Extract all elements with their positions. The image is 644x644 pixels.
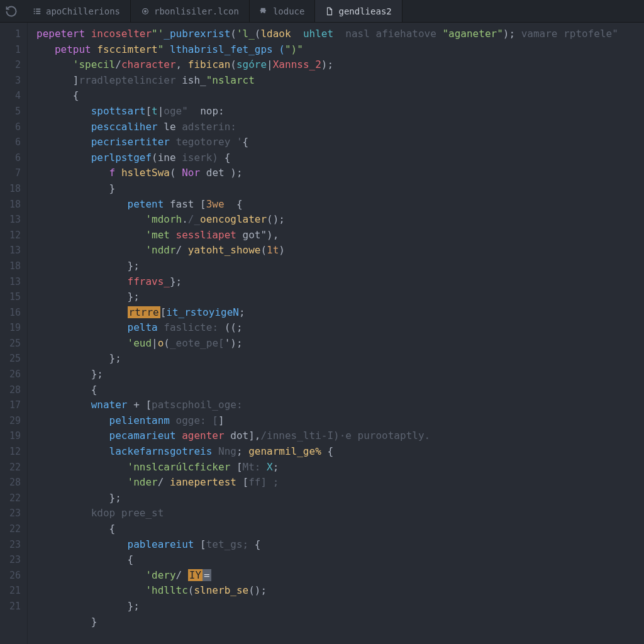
token-kw2: pecamarieut (109, 430, 176, 441)
code-line[interactable]: pecamarieut agenter dot],/innes_lti-I)·e… (36, 428, 644, 444)
reload-icon[interactable] (5, 5, 18, 18)
code-line[interactable]: }; (36, 289, 644, 305)
line-number: 25 (0, 336, 21, 352)
token-op: }; (128, 600, 140, 612)
code-content[interactable]: pepetert incoselter"'_pubrexrist('l_(lda… (28, 23, 644, 644)
code-line[interactable]: 'nddr/ yatoht_showe(1t) (36, 243, 644, 258)
code-line[interactable]: }; (36, 367, 644, 382)
code-line[interactable]: pelientanm ogge: [] (36, 413, 644, 429)
code-line[interactable]: }; (36, 258, 644, 274)
token-fn: yatoht_showe (188, 244, 261, 256)
token-op: { (321, 445, 333, 457)
token-op: { (73, 89, 79, 101)
token-op: '); (225, 337, 243, 349)
code-line[interactable]: rtrre[it_rstoyigeN; (36, 305, 644, 321)
token-op: | (158, 105, 164, 117)
code-line[interactable]: 'mdorh./_oencoglater(); (36, 212, 644, 228)
code-editor[interactable]: 1123456667181813121318131516192525262817… (0, 23, 644, 644)
code-line[interactable]: pecrisertiter tegotorey '{ (36, 135, 644, 150)
token-fn: ldaok (260, 28, 291, 40)
code-line[interactable]: 'eud|o(_eote_pe['); (36, 336, 644, 352)
token-com: ff] ; (248, 476, 279, 488)
code-line[interactable]: pableareiut [tet_gs; { (36, 537, 644, 553)
token-var: t (152, 105, 158, 117)
line-number: 5 (0, 104, 21, 119)
token-kw2: pecrisertiter (91, 136, 170, 148)
token-op: [ (200, 198, 206, 210)
code-line[interactable]: 'hdlltc(slnerb_se(); (36, 583, 644, 599)
code-line[interactable]: pepetert incoselter"'_pubrexrist('l_(lda… (36, 26, 644, 42)
code-line[interactable]: 'nnslcarúlcficker [Mt: X; (36, 460, 644, 475)
code-line[interactable]: 'met sessliapet got"), (36, 228, 644, 243)
editor-tab[interactable]: apoChillerions (23, 0, 131, 22)
code-line[interactable]: petput fsccimtert" lthabrisl_fet_gps (")… (36, 42, 644, 58)
line-number: 12 (0, 444, 21, 460)
token-op: }; (91, 368, 103, 380)
token-op (333, 28, 345, 40)
code-line[interactable]: kdop pree_st (36, 506, 644, 521)
svg-rect-1 (36, 8, 40, 9)
code-line[interactable]: spottsart[t|oge" nop: (36, 104, 644, 119)
code-line[interactable]: petent fast [3we { (36, 197, 644, 213)
token-kw2: _pubrexrist (164, 28, 230, 40)
code-line[interactable]: pesccaliher le adsterin: (36, 119, 644, 135)
code-line[interactable]: lackefarnsgotreis Nng; genarmil_ge% { (36, 444, 644, 460)
token-kw2: it_rstoyigeN (166, 306, 239, 318)
code-line[interactable]: { (36, 552, 644, 568)
token-op: } (91, 616, 97, 628)
code-line[interactable]: }; (36, 599, 644, 614)
token-com: adsterin: (182, 121, 236, 133)
token-kw: pepetert (36, 28, 85, 40)
code-line[interactable]: wnater + [patscphoil_oge: (36, 397, 644, 413)
token-op: }; (170, 275, 182, 287)
token-fn: o (158, 337, 164, 349)
token-op: }; (109, 352, 121, 364)
token-var: X (267, 461, 273, 473)
token-op: (); (248, 584, 267, 596)
token-str: 'hdlltc (145, 584, 187, 596)
code-line[interactable]: perlpstgef(ine iserk) { (36, 150, 644, 166)
token-fn: fibican (188, 58, 230, 70)
code-line[interactable]: { (36, 88, 644, 104)
token-op: ( (255, 28, 261, 40)
token-fn: fsccimtert (97, 43, 157, 55)
code-line[interactable]: pelta faslicte: ((; (36, 320, 644, 336)
line-number: 7 (0, 165, 21, 181)
code-line[interactable]: 'specil/character, fibican(sgóre|Xannss_… (36, 57, 644, 73)
code-line[interactable]: { (36, 382, 644, 398)
code-line[interactable]: ]rradleptelincier ish_"nslarct (36, 73, 644, 89)
token-prop: character (121, 58, 176, 70)
token-kw2: lthabrisl_fet_gps ( (170, 43, 285, 55)
line-number: 22 (0, 460, 21, 475)
line-number: 28 (0, 475, 21, 491)
code-line[interactable]: 'nder/ ianepertest [ff] ; (36, 475, 644, 491)
editor-tab[interactable]: rbonlisiler.lcon (131, 0, 250, 22)
token-str: "aganeter" (442, 28, 502, 40)
code-line[interactable]: ffravs_}; (36, 274, 644, 290)
editor-tab[interactable]: loduce (250, 0, 316, 22)
code-line[interactable]: f hsletSwa( Nor det ); (36, 165, 644, 181)
token-com: Nng (218, 445, 236, 457)
token-op (85, 28, 91, 40)
line-number: 29 (0, 413, 21, 429)
token-str: 'l_ (236, 28, 255, 40)
code-line[interactable]: }; (36, 491, 644, 506)
code-line[interactable]: } (36, 181, 644, 197)
token-op: ] (73, 74, 79, 86)
token-op: / (115, 58, 121, 70)
code-line[interactable]: { (36, 521, 644, 537)
token-com: vamare rptofele" (521, 28, 618, 40)
token-op: . (182, 213, 188, 225)
token-op: dot], (225, 430, 261, 441)
code-line[interactable]: } (36, 614, 644, 630)
token-prop: agenter (182, 430, 224, 441)
token-op: / (158, 476, 170, 488)
code-line[interactable]: 'dery/ IY= (36, 568, 644, 584)
svg-rect-0 (34, 8, 35, 9)
token-kw2: spottsart (91, 105, 146, 117)
code-line[interactable]: }; (36, 351, 644, 367)
line-number: 26 (0, 367, 21, 382)
editor-tab[interactable]: gendlieas2 (315, 0, 402, 22)
token-fn: hsletSwa (121, 167, 170, 179)
token-str: "' (152, 28, 164, 40)
